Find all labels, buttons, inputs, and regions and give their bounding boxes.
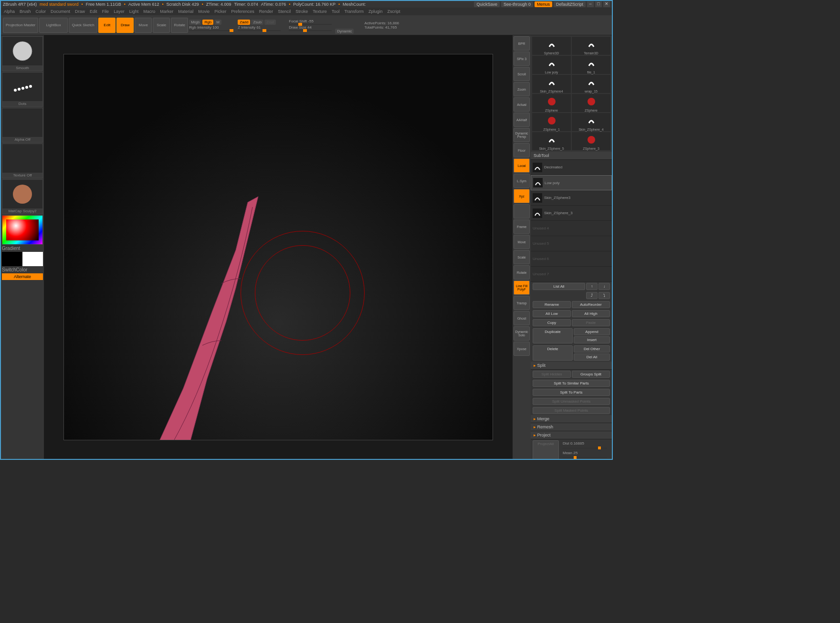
duplicate-button[interactable]: Duplicate (533, 328, 573, 343)
delother-button[interactable]: Del Other (574, 345, 610, 353)
zcut-button[interactable]: Zcut (264, 20, 276, 25)
subtool-item-7[interactable]: Unused 7 (531, 267, 612, 282)
insert-button[interactable]: Insert (574, 336, 610, 343)
menu-transform[interactable]: Transform (344, 9, 364, 14)
rtool-0[interactable]: BPR (514, 36, 530, 51)
splithidden-button[interactable]: Split Hidden (533, 371, 571, 378)
menu-alpha[interactable]: Alpha (4, 9, 15, 14)
menu-file[interactable]: File (102, 9, 109, 14)
splitmasked-button[interactable]: Split Masked Points (533, 407, 610, 414)
menu-draw[interactable]: Draw (75, 9, 85, 14)
rgb-intensity-label[interactable]: Rgb Intensity 100 (189, 25, 232, 30)
autoreorder-button[interactable]: AutoReorder (572, 301, 610, 308)
color-swatches[interactable] (2, 252, 43, 266)
subtool-item-5[interactable]: Unused 5 (531, 236, 612, 251)
menu-marker[interactable]: Marker (160, 9, 173, 14)
rgb-button[interactable]: Rgb (202, 20, 213, 25)
menu-document[interactable]: Document (51, 9, 70, 14)
focal-shift-slider[interactable] (289, 24, 332, 25)
paste-button[interactable]: Paste (572, 319, 610, 326)
material-thumb[interactable]: MatCap Sculpy2 (2, 179, 43, 214)
append-button[interactable]: Append (574, 328, 610, 335)
mrgb-button[interactable]: Mrgb (189, 20, 201, 25)
brush-thumb[interactable]: Smooth (2, 36, 43, 71)
rtool-2[interactable]: Scroll (514, 67, 530, 81)
rtool-8[interactable]: Local (514, 158, 530, 173)
copy-button[interactable]: Copy (533, 319, 571, 326)
m-button[interactable]: M (214, 20, 221, 25)
menu-material[interactable]: Material (178, 9, 193, 14)
menus-button[interactable]: Menus (535, 1, 552, 7)
subtool-header[interactable]: SubTool (531, 152, 612, 160)
edit-button[interactable]: Edit (98, 18, 116, 33)
allhigh-button[interactable]: All High (572, 310, 610, 317)
rename-button[interactable]: Rename (533, 301, 571, 308)
rgb-intensity-slider[interactable] (189, 30, 232, 31)
merge-header[interactable]: Merge (531, 415, 612, 423)
rtool-19[interactable]: Dynamic Solo (514, 326, 530, 341)
menu-render[interactable]: Render (259, 9, 273, 14)
min-icon[interactable]: – (587, 1, 594, 7)
tool-thumb-8[interactable]: ZSphere_1 (532, 113, 571, 131)
menu-edit[interactable]: Edit (90, 9, 97, 14)
z-intensity-label[interactable]: Z Intensity 61 (238, 25, 281, 30)
subtool-item-2[interactable]: Skin_ZSphere3 (531, 190, 612, 206)
rtool-18[interactable]: Ghost (514, 311, 530, 325)
tool-thumb-3[interactable]: file_1 (572, 56, 610, 74)
subtool-item-0[interactable]: Decimated (531, 160, 612, 175)
lightbox-button[interactable]: LightBox (39, 18, 68, 33)
menu-tool[interactable]: Tool (332, 9, 340, 14)
rtool-6[interactable]: Dynamic Persp (514, 128, 530, 142)
listall-button[interactable]: List All (533, 283, 585, 290)
tool-thumb-10[interactable]: Skin_ZSphere_5 (532, 132, 571, 150)
tool-thumb-4[interactable]: Skin_ZSphere4 (532, 75, 571, 93)
delall-button[interactable]: Del All (574, 353, 610, 361)
tool-thumb-7[interactable]: ZSphere (572, 94, 610, 112)
zadd-button[interactable]: Zadd (238, 20, 250, 25)
rtool-10[interactable]: Xyz (514, 189, 530, 203)
move-button[interactable]: Move (135, 18, 152, 33)
rtool-9[interactable]: L.Sym (514, 174, 530, 188)
splitunmasked-button[interactable]: Split Unmasked Points (533, 398, 610, 405)
tool-thumb-11[interactable]: ZSphere_3 (572, 132, 610, 150)
zscript-label[interactable]: DefaultZScript (554, 1, 586, 7)
canvas-area[interactable] (44, 35, 513, 459)
gradient-label[interactable]: Gradient (2, 246, 43, 251)
splitsimilar-button[interactable]: Split To Similar Parts (533, 380, 610, 387)
menu-picker[interactable]: Picker (214, 9, 226, 14)
draw-size-label[interactable]: Draw Size 44 (289, 25, 332, 30)
rtool-5[interactable]: AAHalf (514, 113, 530, 127)
subtool-item-6[interactable]: Unused 6 (531, 251, 612, 267)
tool-thumb-0[interactable]: Sphere3D (532, 37, 571, 55)
close-icon[interactable]: ✕ (603, 1, 610, 7)
move-up-icon[interactable]: ⤴ (586, 292, 598, 299)
menu-macro[interactable]: Macro (143, 9, 155, 14)
groupssplit-button[interactable]: Groups Split (572, 371, 610, 378)
color-picker[interactable] (2, 215, 43, 245)
menu-light[interactable]: Light (129, 9, 139, 14)
projectall-button[interactable]: ProjectAll (533, 440, 559, 459)
rtool-11[interactable] (514, 204, 530, 218)
rtool-12[interactable]: Frame (514, 219, 530, 234)
projection-master-button[interactable]: Projection Master (3, 18, 38, 33)
rtool-1[interactable]: SPix 3 (514, 52, 530, 66)
up-arrow-icon[interactable]: ↑ (586, 283, 598, 290)
rotate-button[interactable]: Rotate (171, 18, 188, 33)
dynamic-button[interactable]: Dynamic (335, 29, 354, 34)
alllow-button[interactable]: All Low (533, 310, 571, 317)
tool-thumb-9[interactable]: Skin_ZSphere_4 (572, 113, 610, 131)
z-intensity-slider[interactable] (238, 30, 281, 31)
draw-button[interactable]: Draw (116, 18, 134, 33)
quicksketch-button[interactable]: Quick Sketch (69, 18, 97, 33)
tool-thumb-2[interactable]: Low poly (532, 56, 571, 74)
tool-thumb-5[interactable]: wrap_15 (572, 75, 610, 93)
rtool-13[interactable]: Move (514, 235, 530, 249)
subtool-item-3[interactable]: Skin_ZSphere_3 (531, 206, 612, 221)
stroke-thumb[interactable]: Dots (2, 72, 43, 107)
menu-layer[interactable]: Layer (114, 9, 125, 14)
zsub-button[interactable]: Zsub (251, 20, 263, 25)
menu-stencil[interactable]: Stencil (278, 9, 291, 14)
tool-thumb-6[interactable]: ZSphere (532, 94, 571, 112)
max-icon[interactable]: □ (595, 1, 602, 7)
texture-thumb[interactable]: Texture Off (2, 144, 43, 178)
